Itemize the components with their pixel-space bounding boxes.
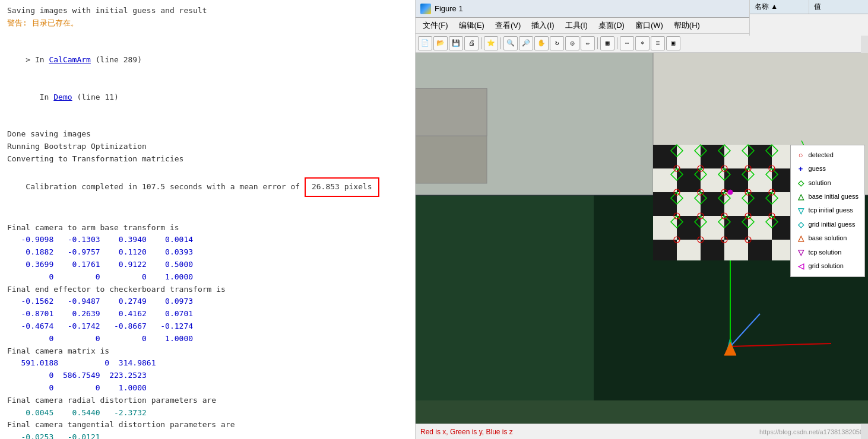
menu-window[interactable]: 窗口(W) [631, 19, 668, 32]
output-callink1: > In CalCamArm (line 289) [7, 42, 408, 78]
colorbar-btn[interactable]: ▦ [600, 36, 614, 50]
pan-btn[interactable]: ✋ [534, 36, 549, 50]
cammatrix-row-2: 0 586.7549 223.2523 [7, 370, 408, 382]
cam-btn[interactable]: ▣ [666, 36, 680, 50]
open-btn[interactable]: 📂 [433, 36, 448, 50]
camera-arm-header: Final camera to arm base transform is [7, 222, 408, 234]
legend-grid-solution-label: grid solution [809, 260, 844, 272]
legend-detected-label: detected [809, 149, 834, 161]
legend-tcp-solution: ▽ tcp solution [797, 246, 859, 259]
legend-base-solution-label: base solution [809, 233, 847, 244]
grid-btn[interactable]: ⋯ [620, 36, 634, 50]
figure-title-text: Figure 1 [435, 4, 463, 13]
statusbar-axes-label: Red is x, Green is y, Blue is z [420, 428, 513, 436]
figure-statusbar: Red is x, Green is y, Blue is z https://… [416, 424, 868, 439]
converting-line: Converting to Transformation matricies [7, 153, 408, 166]
cammatrix-row-1: 591.0188 0 314.9861 [7, 357, 408, 370]
statusbar-url: https://blog.csdn.net/a17381382050 [759, 428, 863, 435]
print-btn[interactable]: 🖨 [464, 36, 479, 50]
endeff-row-4: 0 0 0 1.0000 [7, 333, 408, 345]
legend-solution: ◇ solution [797, 176, 859, 190]
endeff-header: Final end effector to checkerboard trans… [7, 284, 408, 296]
save-btn[interactable]: 💾 [449, 36, 463, 50]
menu-help[interactable]: 帮助(H) [669, 19, 705, 32]
tangential-values: -0.0253 -0.0121 [7, 431, 408, 439]
output-warning: 警告: 目录已存在。 [7, 17, 408, 30]
svg-rect-42 [748, 240, 772, 260]
output-callink2: In Demo (line 11) [7, 79, 408, 116]
cammatrix-row-3: 0 0 1.0000 [7, 382, 408, 395]
svg-rect-41 [724, 240, 748, 260]
menu-file[interactable]: 文件(F) [418, 19, 453, 32]
matlab-icon [420, 4, 431, 14]
legend-solution-label: solution [809, 177, 831, 189]
workspace-col-name: 名称 ▲ [750, 0, 809, 14]
output-blank3 [7, 209, 408, 222]
menu-desktop[interactable]: 桌面(D) [594, 19, 629, 32]
brush-btn[interactable]: ✏ [581, 36, 595, 50]
legend-base-initial: △ base initial guess [797, 190, 859, 203]
svg-point-84 [728, 190, 733, 195]
output-blank2 [7, 116, 408, 128]
command-window: Saving images with initial guess and res… [0, 0, 416, 439]
legend-guess: + guess [797, 162, 859, 176]
toolbar-sep-3 [597, 37, 598, 49]
figure-toolbar: 📄 📂 💾 🖨 ⭐ 🔍 🔎 ✋ ↻ ◎ ✏ ▦ ⋯ ⌖ ≡ ▣ [416, 34, 868, 53]
svg-rect-38 [653, 240, 677, 260]
legend-box: ○ detected + guess ◇ solution △ base ini… [790, 145, 865, 277]
workspace-header: 名称 ▲ 值 [750, 0, 868, 14]
workspace-col-value: 值 [809, 0, 868, 14]
new-file-btn[interactable]: 📄 [418, 36, 432, 50]
svg-rect-39 [677, 240, 701, 260]
legend-btn[interactable]: ≡ [651, 36, 665, 50]
legend-tcp-solution-label: tcp solution [809, 247, 842, 259]
menu-view[interactable]: 查看(V) [490, 19, 525, 32]
bootstrap-line: Running Bootstrap Optimization [7, 141, 408, 153]
cammatrix-header: Final camera matrix is [7, 345, 408, 358]
endeff-row-3: -0.4674 -0.1742 -0.8667 -0.1274 [7, 320, 408, 333]
figure-window: Figure 1 − □ 文件(F) 编辑(E) 查看(V) 插入(I) 工具(… [416, 0, 868, 439]
legend-tcp-initial: ▽ tcp initial guess [797, 204, 859, 218]
radial-header: Final camera radial distortion parameter… [7, 395, 408, 407]
legend-base-solution: △ base solution [797, 231, 859, 245]
svg-rect-6 [416, 88, 487, 136]
output-line: Saving images with initial guess and res… [7, 5, 408, 17]
datacursor-btn[interactable]: ◎ [565, 36, 579, 50]
figure-content: ○ detected + guess ◇ solution △ base ini… [416, 53, 868, 424]
legend-tcp-initial-label: tcp initial guess [809, 205, 853, 217]
legend-base-initial-label: base initial guess [809, 191, 859, 203]
radial-values: 0.0045 0.5440 -2.3732 [7, 407, 408, 419]
matrix-row-3: 0.3699 0.1761 0.9122 0.5000 [7, 259, 408, 271]
endeff-row-1: -0.1562 -0.9487 0.2749 0.0973 [7, 295, 408, 308]
legend-guess-label: guess [809, 163, 826, 175]
tangential-header: Final camera tangential distortion param… [7, 419, 408, 431]
done-saving-line: Done saving images [7, 128, 408, 141]
svg-rect-40 [701, 240, 724, 260]
figure-title: Figure 1 [420, 4, 463, 14]
demo-link[interactable]: Demo [53, 93, 72, 101]
error-highlight: 26.853 pixels [305, 177, 379, 197]
rotate-btn[interactable]: ↻ [550, 36, 564, 50]
output-blank [7, 30, 408, 42]
workspace-panel: 名称 ▲ 值 [749, 0, 868, 36]
legend-grid-solution: ◁ grid solution [797, 259, 859, 273]
calibration-line: Calibration completed in 107.5 seconds w… [7, 165, 408, 209]
select-btn[interactable]: ⭐ [484, 36, 498, 50]
menu-tools[interactable]: 工具(I) [560, 19, 593, 32]
legend-detected: ○ detected [797, 148, 859, 162]
matrix-row-2: 0.1882 -0.9757 0.1120 0.0393 [7, 246, 408, 259]
matrix-row-4: 0 0 0 1.0000 [7, 271, 408, 284]
toolbar-sep-2 [500, 37, 501, 49]
endeff-row-2: -0.8701 0.2639 0.4162 0.0701 [7, 308, 408, 320]
axes-btn[interactable]: ⌖ [635, 36, 650, 50]
zoom-in-btn[interactable]: 🔍 [503, 36, 518, 50]
menu-edit[interactable]: 编辑(E) [454, 19, 489, 32]
calcamarm-link[interactable]: CalCamArm [49, 55, 90, 64]
matrix-row-1: -0.9098 -0.1303 0.3940 0.0014 [7, 234, 408, 246]
legend-grid-initial-label: grid initial guess [809, 219, 856, 231]
menu-insert[interactable]: 插入(I) [527, 19, 559, 32]
zoom-out-btn[interactable]: 🔎 [519, 36, 533, 50]
toolbar-sep-1 [481, 37, 481, 49]
toolbar-sep-4 [617, 37, 617, 49]
legend-grid-initial: ◇ grid initial guess [797, 218, 859, 231]
